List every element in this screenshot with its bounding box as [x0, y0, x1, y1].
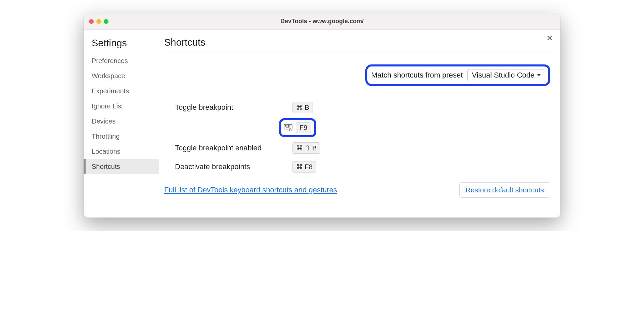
maximize-window-button[interactable]	[104, 19, 108, 24]
restore-defaults-button[interactable]: Restore default shortcuts	[459, 182, 550, 198]
devtools-settings-window: DevTools - www.google.com/ ✕ Settings Pr…	[84, 13, 560, 218]
full-shortcuts-link[interactable]: Full list of DevTools keyboard shortcuts…	[164, 186, 337, 194]
shortcut-label: Deactivate breakpoints	[175, 162, 292, 171]
close-window-button[interactable]	[89, 19, 94, 24]
sidebar-item-experiments[interactable]: Experiments	[84, 84, 159, 99]
main-panel: Shortcuts Match shortcuts from preset Vi…	[159, 30, 560, 218]
shortcut-row-f9-highlight: F9	[175, 118, 550, 137]
preset-highlight: Match shortcuts from preset Visual Studi…	[365, 64, 550, 86]
close-icon[interactable]: ✕	[546, 34, 553, 42]
settings-sidebar: Settings Preferences Workspace Experimen…	[84, 30, 159, 218]
preset-select[interactable]: Visual Studio Code	[467, 69, 544, 81]
window-title: DevTools - www.google.com/	[84, 18, 560, 25]
shortcut-label: Toggle breakpoint	[175, 103, 292, 112]
sidebar-item-shortcuts[interactable]: Shortcuts	[84, 159, 159, 174]
sidebar-title: Settings	[84, 36, 159, 53]
titlebar: DevTools - www.google.com/	[84, 13, 560, 30]
content-body: ✕ Settings Preferences Workspace Experim…	[84, 30, 560, 218]
f9-highlight: F9	[279, 118, 316, 137]
footer-row: Full list of DevTools keyboard shortcuts…	[164, 182, 550, 198]
preset-label: Match shortcuts from preset	[371, 71, 463, 80]
sidebar-item-throttling[interactable]: Throttling	[84, 129, 159, 144]
key-chip: ⌘ ⇧ B	[292, 142, 320, 154]
page-title: Shortcuts	[164, 37, 550, 48]
shortcut-row-toggle-breakpoint: Toggle breakpoint ⌘ B	[175, 99, 550, 115]
sidebar-item-workspace[interactable]: Workspace	[84, 68, 159, 84]
shortcut-label: Toggle breakpoint enabled	[175, 144, 292, 152]
sidebar-item-ignore-list[interactable]: Ignore List	[84, 99, 159, 114]
shortcut-list: Toggle breakpoint ⌘ B	[164, 99, 550, 175]
divider	[164, 52, 550, 52]
preset-select-value: Visual Studio Code	[472, 71, 535, 80]
shortcut-keys: F9	[279, 118, 316, 137]
minimize-window-button[interactable]	[96, 19, 101, 24]
keyboard-reset-icon	[284, 124, 292, 132]
sidebar-item-preferences[interactable]: Preferences	[84, 53, 159, 68]
shortcut-keys: ⌘ F8	[292, 161, 316, 173]
shortcut-row-deactivate-breakpoints: Deactivate breakpoints ⌘ F8	[175, 159, 550, 175]
shortcut-keys: ⌘ B	[292, 102, 313, 113]
shortcut-keys: ⌘ ⇧ B	[292, 142, 320, 154]
key-chip: ⌘ F8	[292, 161, 316, 173]
sidebar-item-locations[interactable]: Locations	[84, 144, 159, 159]
key-chip-f9: F9	[296, 122, 311, 133]
shortcut-row-toggle-breakpoint-enabled: Toggle breakpoint enabled ⌘ ⇧ B	[175, 140, 550, 156]
traffic-lights	[84, 19, 108, 24]
key-chip: ⌘ B	[292, 102, 313, 113]
sidebar-item-devices[interactable]: Devices	[84, 114, 159, 129]
preset-row: Match shortcuts from preset Visual Studi…	[164, 64, 550, 86]
